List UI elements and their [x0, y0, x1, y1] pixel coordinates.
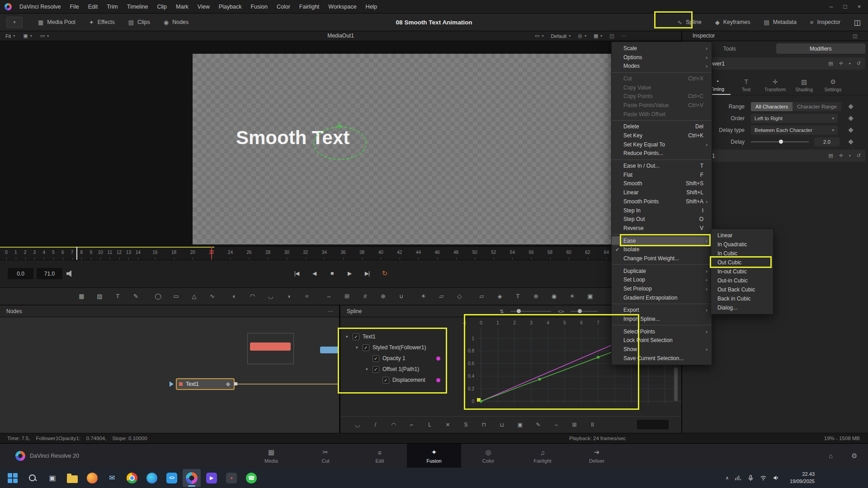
expander-icon[interactable]: ▾ [366, 367, 373, 371]
vertical-zoom-slider-handle[interactable] [517, 309, 521, 313]
menu-item-delete[interactable]: DeleteDel [612, 122, 712, 131]
spline-tree-item-text1[interactable]: ▾✓Text1 [340, 331, 461, 342]
chrome-button[interactable] [123, 469, 141, 487]
menubar-item-trim[interactable]: Trim [102, 0, 123, 13]
wifi-icon[interactable] [760, 474, 767, 481]
panel-layout-icon[interactable]: ◫ [854, 18, 861, 27]
ease-spline-icon[interactable]: ◠ [388, 422, 399, 428]
network-activity-icon[interactable] [735, 474, 741, 481]
keyframe-diamond-icon[interactable] [848, 139, 853, 144]
menu-item-reverse[interactable]: ReverseV [612, 224, 712, 233]
submenu-item-linear[interactable]: Linear [711, 231, 773, 240]
page-tab-cut[interactable]: ✂Cut [298, 444, 353, 468]
page-tab-edit[interactable]: ≡Edit [353, 444, 407, 468]
delay-type-select[interactable]: Between Each Character [751, 126, 838, 135]
spotlight-tool-icon[interactable]: ☀ [566, 291, 578, 302]
horizontal-zoom-slider[interactable] [571, 311, 598, 312]
menubar-item-clip[interactable]: Clip [153, 0, 172, 13]
menu-item-scale[interactable]: Scale› [612, 44, 712, 53]
microphone-icon[interactable] [747, 474, 754, 481]
linear-spline-icon[interactable]: / [370, 422, 381, 428]
all-characters-button[interactable]: All Characters [751, 102, 793, 111]
keyframes-button[interactable]: ◆Keyframes [715, 19, 750, 26]
loop-button[interactable]: ↻ [378, 267, 392, 280]
minimize-button[interactable]: – [824, 0, 838, 13]
step-in-spline-icon[interactable]: ⌐ [406, 422, 417, 428]
brightness-contrast-tool-icon[interactable]: ◑ [283, 291, 294, 302]
menu-item-change-point-weight[interactable]: Change Point Weight... [612, 254, 712, 263]
menu-item-export[interactable]: Export› [612, 306, 712, 315]
vertical-zoom-icon[interactable]: ⇅ [500, 309, 504, 314]
renderer3d-tool-icon[interactable]: ▣ [585, 291, 596, 302]
submenu-item-in-cubic[interactable]: In Cubic [711, 249, 773, 258]
taskbar-clock[interactable]: 22.43 19/09/2025 [790, 471, 815, 485]
davinci-resolve-button[interactable] [183, 469, 201, 487]
playhead[interactable] [76, 247, 77, 260]
page-tab-color[interactable]: ◎Color [461, 444, 515, 468]
submenu-item-in-quadratic[interactable]: In Quadratic [711, 240, 773, 249]
background-tool-icon[interactable]: ▦ [76, 291, 87, 302]
textplus-tool-icon[interactable]: T [112, 291, 123, 302]
page-tab-deliver[interactable]: ➔Deliver [570, 444, 624, 468]
keyframe-diamond-icon[interactable] [848, 127, 853, 132]
node-output-connector[interactable] [234, 382, 237, 385]
zoom-fit-spline-icon[interactable]: ⊞ [569, 422, 580, 428]
menubar-item-workspace[interactable]: Workspace [324, 0, 361, 13]
panel-layout-icon[interactable]: ◫ [853, 31, 857, 41]
play-reverse-button[interactable]: ◀ [307, 267, 321, 280]
versions-icon[interactable]: ▤ [828, 61, 833, 66]
keyframe-diamond-icon[interactable] [848, 104, 853, 109]
page-tab-fairlight[interactable]: ♫Fairlight [515, 444, 570, 468]
split-view-icon[interactable]: ◫ [609, 33, 614, 39]
menubar-item-fusion[interactable]: Fusion [246, 0, 272, 13]
spline-tree-item-displacement[interactable]: ✓Displacement [340, 375, 461, 385]
keyframe-diamond-icon[interactable] [848, 116, 853, 121]
merge-tool-icon[interactable]: ⊕ [377, 291, 389, 302]
menubar-item-timeline[interactable]: Timeline [123, 0, 153, 13]
drop-shadow-tool-icon[interactable]: ▱ [436, 291, 447, 302]
menubar-item-color[interactable]: Color [272, 0, 295, 13]
menu-item-isolate[interactable]: ✓Isolate [612, 245, 712, 254]
menu-item-step-out[interactable]: Step OutO [612, 215, 712, 224]
maximize-button[interactable]: □ [838, 0, 852, 13]
follower-path-ellipse[interactable] [313, 127, 367, 160]
merge3d-tool-icon[interactable]: ⊕ [530, 291, 542, 302]
metadata-button[interactable]: ▤Metadata [764, 19, 796, 26]
spline-tree-item-styled-text-follower1[interactable]: ▾✓Styled Text(Follower1) [340, 342, 461, 353]
menu-item-ease[interactable]: Ease› [612, 236, 712, 245]
bspline-mask-tool-icon[interactable]: ∿ [207, 291, 218, 302]
menu-item-smooth-points[interactable]: Smooth PointsShift+A› [612, 197, 712, 206]
text3d-tool-icon[interactable]: T [512, 291, 524, 302]
checkbox[interactable]: ✓ [382, 377, 389, 384]
step-out-spline-icon[interactable]: L [425, 422, 435, 428]
text1-node[interactable]: Text1 [176, 378, 235, 390]
subtab-settings[interactable]: ⚙Settings [820, 75, 846, 95]
menu-item-import-spline[interactable]: Import Spline... [612, 314, 712, 324]
spline-scrollbar[interactable] [674, 367, 678, 401]
horizontal-zoom-slider-handle[interactable] [578, 309, 582, 313]
search-button[interactable] [24, 469, 42, 487]
keyframe-handle[interactable] [597, 356, 599, 359]
project-settings-icon[interactable]: ⚙ [851, 444, 857, 468]
nodes-panel-menu-icon[interactable]: ⋯ [327, 308, 333, 314]
versions-icon[interactable]: ▤ [828, 153, 833, 159]
subtab-transform[interactable]: ✛Transform [762, 75, 788, 95]
pan-spline-icon[interactable]: ⇔ [551, 422, 561, 428]
timeline-ruler[interactable]: 0123456789101112131416182022242628303234… [0, 246, 681, 260]
transform-tool-icon[interactable]: ⇔ [323, 291, 335, 302]
pin-icon[interactable]: ✛ [839, 61, 843, 66]
menubar-item-view[interactable]: View [193, 0, 214, 13]
preview-select[interactable]: Default▾ [551, 33, 571, 39]
menu-item-show[interactable]: Show› [612, 345, 712, 354]
start-button[interactable] [4, 469, 22, 487]
flat-out-spline-icon[interactable]: ⊔ [497, 422, 507, 428]
expander-icon[interactable]: ▾ [356, 345, 363, 350]
submenu-item-out-in-cubic[interactable]: Out-in Cubic [711, 276, 773, 285]
pin-icon[interactable]: ✛ [839, 153, 843, 159]
node-editor-canvas[interactable]: Text1 [0, 318, 339, 433]
spline-button[interactable]: ∿Spline [677, 19, 702, 26]
menubar-item-mark[interactable]: Mark [171, 0, 193, 13]
go-to-start-button[interactable]: |◀ [290, 267, 303, 280]
menu-item-set-loop[interactable]: Set Loop› [612, 276, 712, 285]
menu-item-ease-in-out[interactable]: Ease In / Out...T [612, 161, 712, 170]
